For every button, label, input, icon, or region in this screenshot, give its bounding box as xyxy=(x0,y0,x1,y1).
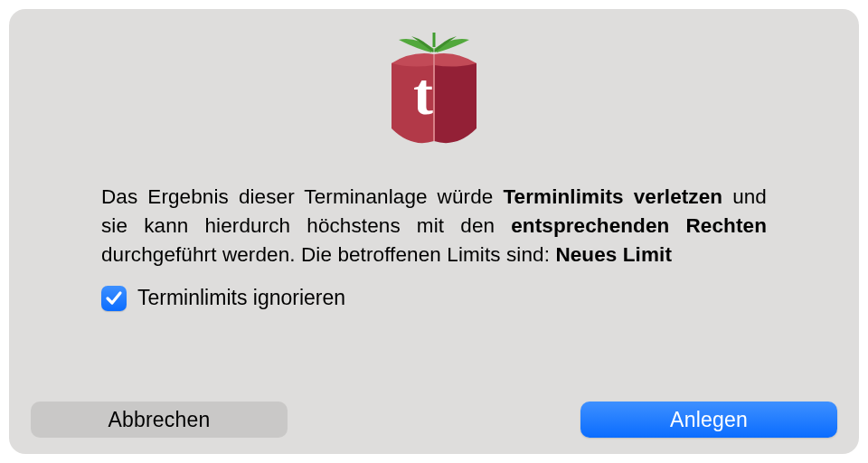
app-icon-container: t xyxy=(31,33,837,150)
dialog-message: Das Ergebnis dieser Terminanlage würde T… xyxy=(31,183,837,269)
message-text: durchgeführt werden. Die betroffenen Lim… xyxy=(101,243,555,266)
ignore-limits-checkbox[interactable] xyxy=(101,286,127,311)
message-text: Das Ergebnis dieser Terminanlage würde xyxy=(101,185,503,208)
message-bold-1: Terminlimits verletzen xyxy=(503,185,722,208)
button-row: Abbrechen Anlegen xyxy=(31,402,837,438)
message-bold-3: Neues Limit xyxy=(555,243,672,266)
cancel-button[interactable]: Abbrechen xyxy=(31,402,288,438)
svg-text:t: t xyxy=(413,61,433,127)
message-bold-2: entsprechenden Rechten xyxy=(511,214,767,237)
tomato-app-icon: t xyxy=(379,33,489,150)
checkmark-icon xyxy=(105,289,123,307)
confirm-button[interactable]: Anlegen xyxy=(580,402,837,438)
dialog: t Das Ergebnis dieser Terminanlage würde… xyxy=(9,9,859,454)
ignore-limits-checkbox-row[interactable]: Terminlimits ignorieren xyxy=(31,286,837,311)
ignore-limits-label: Terminlimits ignorieren xyxy=(137,286,345,310)
